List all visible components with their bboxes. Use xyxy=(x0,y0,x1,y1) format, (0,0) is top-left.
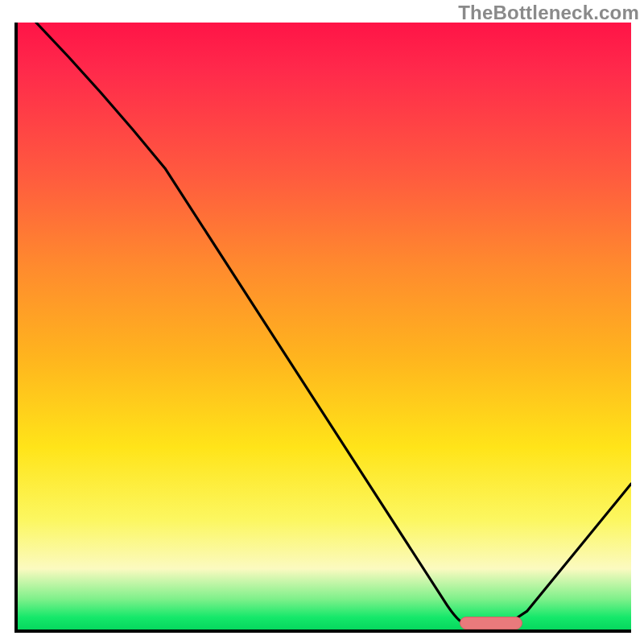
bottleneck-chart: TheBottleneck.com xyxy=(0,0,644,644)
optimal-range-marker xyxy=(460,617,522,630)
bottleneck-curve xyxy=(18,23,631,630)
plot-area xyxy=(14,23,631,633)
watermark-text: TheBottleneck.com xyxy=(458,2,639,24)
